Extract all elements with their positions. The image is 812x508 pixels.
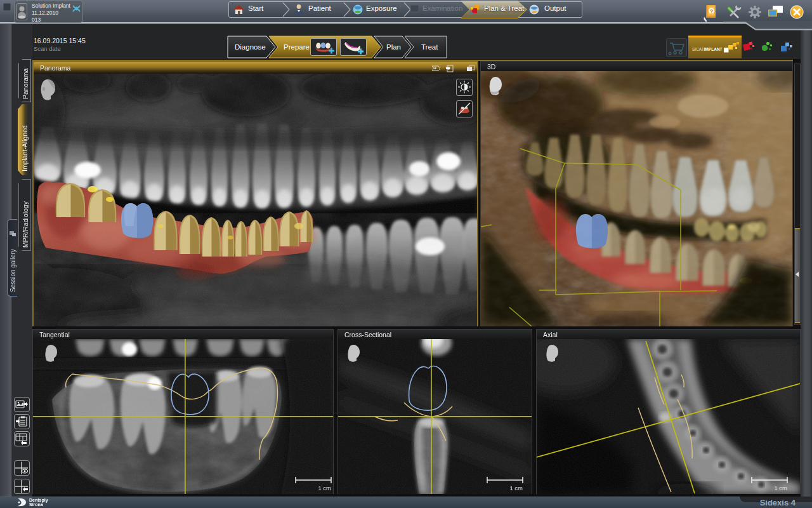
svg-text:Diagnose: Diagnose	[235, 43, 266, 51]
svg-text:1 cm: 1 cm	[774, 485, 787, 491]
svg-text:?: ?	[710, 8, 714, 15]
svg-text:Plan: Plan	[386, 43, 401, 51]
svg-text:Treat: Treat	[421, 43, 438, 51]
svg-text:1 cm: 1 cm	[318, 485, 331, 491]
svg-text:1 cm: 1 cm	[509, 485, 523, 491]
svg-text:Prepare: Prepare	[284, 43, 310, 51]
svg-text:0: 0	[669, 51, 672, 57]
